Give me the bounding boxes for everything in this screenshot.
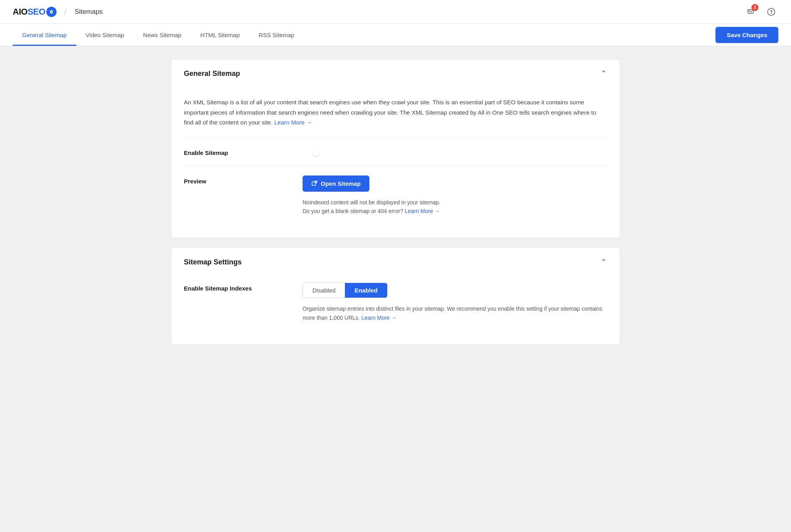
enable-sitemap-row: Enable Sitemap [184,137,607,166]
logo-aio-text: AIO [13,7,28,17]
sitemap-settings-card-header[interactable]: Sitemap Settings ⌃ [171,248,620,276]
tab-news-sitemap[interactable]: News Sitemap [134,24,191,46]
main-content: General Sitemap ⌃ An XML Sitemap is a li… [158,59,633,345]
help-button[interactable]: ? [764,5,778,19]
disabled-enabled-toggle-group: Disabled Enabled [303,283,388,298]
save-changes-button[interactable]: Save Changes [715,27,778,43]
svg-point-0 [51,11,52,12]
preview-content: Open Sitemap Noindexed content will not … [303,175,607,216]
toggle-thumb [312,148,320,156]
notification-badge: 2 [751,4,759,11]
preview-label: Preview [184,175,287,185]
preview-note: Noindexed content will not be displayed … [303,198,607,216]
notifications-button[interactable]: 2 [744,5,758,19]
sitemap-settings-chevron-icon: ⌃ [600,257,607,267]
svg-text:?: ? [770,9,772,15]
general-sitemap-card-header[interactable]: General Sitemap ⌃ [171,59,620,88]
enable-sitemap-indexes-label: Enable Sitemap Indexes [184,283,287,292]
enable-sitemap-indexes-row: Enable Sitemap Indexes Disabled Enabled … [184,279,607,332]
topbar-right: 2 ? [744,5,778,19]
logo-seo-text: SEO [28,7,45,17]
tab-html-sitemap[interactable]: HTML Sitemap [191,24,249,46]
nav-tabs-bar: General Sitemap Video Sitemap News Sitem… [0,24,791,46]
general-sitemap-learn-more-link[interactable]: Learn More → [274,119,312,126]
sitemap-settings-title: Sitemap Settings [184,258,242,266]
logo-icon [46,7,57,17]
general-sitemap-title: General Sitemap [184,70,240,78]
enabled-button[interactable]: Enabled [345,283,387,298]
general-sitemap-card: General Sitemap ⌃ An XML Sitemap is a li… [171,59,620,238]
logo: AIOSEO [13,7,57,17]
sitemap-indexes-learn-more-link[interactable]: Learn More → [361,315,397,321]
sitemap-indexes-description: Organize sitemap entries into distinct f… [303,304,607,322]
open-sitemap-button[interactable]: Open Sitemap [303,175,369,192]
topbar: AIOSEO / Sitemaps 2 ? [0,0,791,24]
tab-video-sitemap[interactable]: Video Sitemap [76,24,134,46]
preview-learn-more-link[interactable]: Learn More → [405,208,440,214]
nav-tabs: General Sitemap Video Sitemap News Sitem… [13,24,304,46]
tab-general-sitemap[interactable]: General Sitemap [13,24,76,46]
enable-sitemap-label: Enable Sitemap [184,147,287,156]
general-sitemap-chevron-icon: ⌃ [600,69,607,78]
preview-row: Preview Open Sitemap Noindexed content w… [184,166,607,225]
general-sitemap-card-body: An XML Sitemap is a list of all your con… [171,88,620,238]
general-sitemap-description: An XML Sitemap is a list of all your con… [184,91,607,137]
sitemap-settings-card: Sitemap Settings ⌃ Enable Sitemap Indexe… [171,247,620,345]
topbar-divider: / [64,7,67,17]
topbar-left: AIOSEO / Sitemaps [13,7,103,17]
topbar-page-title: Sitemaps [75,8,103,16]
external-link-icon [311,180,318,187]
tab-rss-sitemap[interactable]: RSS Sitemap [249,24,304,46]
sitemap-settings-card-body: Enable Sitemap Indexes Disabled Enabled … [171,276,620,344]
disabled-button[interactable]: Disabled [303,283,345,298]
enable-sitemap-indexes-content: Disabled Enabled Organize sitemap entrie… [303,283,607,322]
